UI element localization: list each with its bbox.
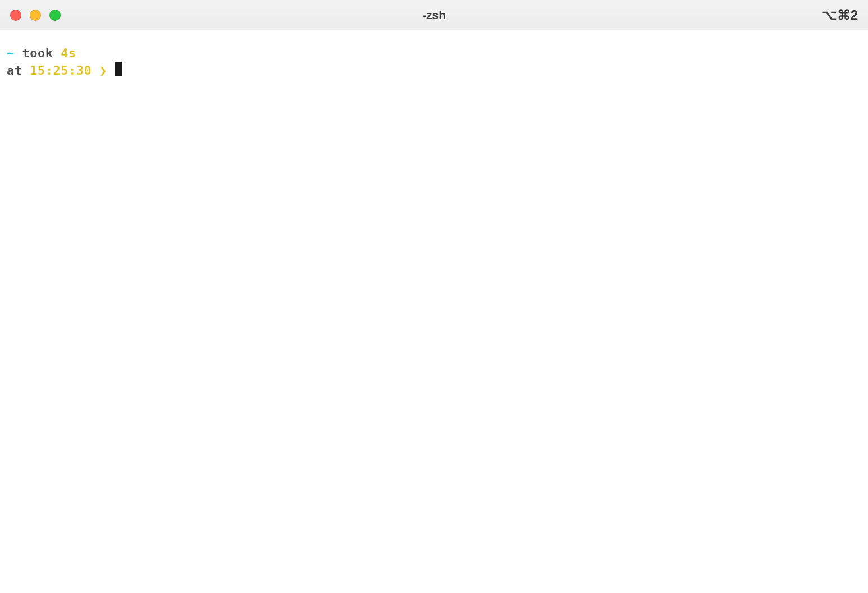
prompt-took-label: took [15,46,61,60]
maximize-button[interactable] [49,10,61,21]
prompt-line-2: at 15:25:30 ❯ [7,62,861,79]
close-button[interactable] [10,10,21,21]
prompt-at-label: at [7,63,30,77]
minimize-button[interactable] [30,10,41,21]
title-bar: -zsh ⌥⌘2 [0,0,868,30]
shortcut-indicator: ⌥⌘2 [821,7,858,23]
prompt-took-duration: 4s [61,46,76,60]
traffic-lights [10,10,61,21]
cursor-block-icon [115,62,122,76]
prompt-cwd: ~ [7,46,15,60]
prompt-arrow: ❯ [92,63,115,77]
terminal-body[interactable]: ~ took 4s at 15:25:30 ❯ [0,30,868,94]
window-title: -zsh [422,8,446,22]
prompt-timestamp: 15:25:30 [30,63,92,77]
prompt-line-1: ~ took 4s [7,45,861,62]
